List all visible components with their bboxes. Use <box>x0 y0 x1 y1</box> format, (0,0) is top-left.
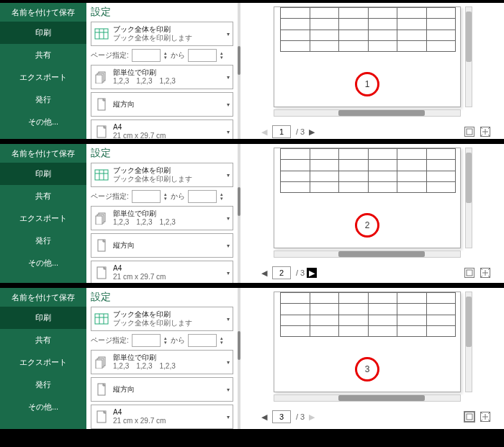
panel-1: 名前を付けて保存 印刷 共有 エクスポート 発行 その他... 設定 ブック全体… <box>0 0 504 144</box>
page-range-from-input[interactable] <box>132 49 161 62</box>
show-margins-button[interactable] <box>464 267 475 279</box>
prev-page-button[interactable]: ◀ <box>259 268 269 278</box>
orientation-dropdown[interactable]: 縦方向 ▾ <box>91 233 233 258</box>
next-page-button[interactable]: ▶ <box>307 127 317 137</box>
horizontal-scrollbar[interactable] <box>274 109 461 117</box>
chevron-down-icon: ▾ <box>227 316 230 322</box>
separator[interactable] <box>238 288 240 429</box>
horizontal-scrollbar[interactable] <box>274 394 461 402</box>
vertical-scrollbar[interactable] <box>465 148 472 248</box>
sidebar-item-saveas[interactable]: 名前を付けて保存 <box>0 288 86 307</box>
chevron-down-icon: ▾ <box>227 359 230 366</box>
paper-size-dropdown[interactable]: A421 cm x 29.7 cm ▾ <box>91 261 233 285</box>
orientation-dropdown[interactable]: 縦方向 ▾ <box>91 92 233 117</box>
separator[interactable] <box>238 3 240 139</box>
sidebar-item-publish[interactable]: 発行 <box>0 374 86 396</box>
preview-page: 3 <box>274 292 461 392</box>
spinner-icon[interactable]: ▲▼ <box>220 336 224 345</box>
collate-dropdown[interactable]: 部単位で印刷1,2,3 1,2,3 1,2,3 ▾ <box>91 350 233 374</box>
svg-rect-38 <box>467 414 472 420</box>
chevron-down-icon: ▾ <box>227 270 230 276</box>
paper-size-dropdown-label: A4 <box>113 123 227 132</box>
sidebar-item-publish[interactable]: 発行 <box>0 89 86 111</box>
paper-size-dropdown-sublabel: 21 cm x 29.7 cm <box>113 132 227 140</box>
print-what-dropdown[interactable]: ブック全体を印刷ブック全体を印刷します ▾ <box>91 163 233 187</box>
sidebar-item-publish[interactable]: 発行 <box>0 230 86 252</box>
separator[interactable] <box>238 144 240 283</box>
sidebar-item-print[interactable]: 印刷 <box>0 22 86 44</box>
paper-size-dropdown-icon <box>94 264 109 281</box>
sidebar-item-more[interactable]: その他... <box>0 252 86 274</box>
orientation-dropdown-icon <box>94 381 109 398</box>
svg-rect-24 <box>467 270 472 276</box>
chevron-down-icon: ▾ <box>227 243 230 249</box>
spinner-icon[interactable]: ▲▼ <box>163 51 168 60</box>
sidebar-item-share[interactable]: 共有 <box>0 185 86 207</box>
next-page-button[interactable]: ▶ <box>307 268 317 278</box>
sidebar-item-print[interactable]: 印刷 <box>0 163 86 185</box>
page-navigation: ◀ / 3 ▶ <box>259 124 497 140</box>
chevron-down-icon: ▾ <box>227 387 230 393</box>
page-range-to-input[interactable] <box>188 334 217 347</box>
svg-rect-28 <box>95 314 108 324</box>
current-page-input[interactable] <box>272 410 291 423</box>
preview-grid <box>280 292 456 337</box>
page-range-row: ページ指定: ▲▼ から ▲▼ <box>91 334 233 347</box>
sidebar-item-share[interactable]: 共有 <box>0 329 86 351</box>
print-what-dropdown-sublabel: ブック全体を印刷します <box>113 34 227 42</box>
spinner-icon[interactable]: ▲▼ <box>163 336 168 345</box>
page-range-to-input[interactable] <box>188 49 217 62</box>
zoom-to-page-button[interactable] <box>480 267 491 279</box>
sidebar-item-print[interactable]: 印刷 <box>0 307 86 329</box>
sidebar-item-saveas[interactable]: 名前を付けて保存 <box>0 3 86 22</box>
svg-rect-23 <box>465 268 474 278</box>
sidebar-item-more[interactable]: その他... <box>0 396 86 418</box>
page-total-label: / 3 <box>296 127 305 136</box>
zoom-to-page-button[interactable] <box>480 126 491 137</box>
page-range-to-label: から <box>171 191 185 202</box>
prev-page-button[interactable]: ◀ <box>259 412 269 422</box>
sidebar-item-export[interactable]: エクスポート <box>0 207 86 230</box>
chevron-down-icon: ▾ <box>227 74 230 81</box>
collate-dropdown-icon <box>94 353 109 371</box>
collate-dropdown-label: 部単位で印刷 <box>113 353 227 362</box>
page-range-from-input[interactable] <box>132 190 161 203</box>
current-page-input[interactable] <box>272 125 291 138</box>
zoom-to-page-button[interactable] <box>480 411 491 423</box>
sidebar-item-export[interactable]: エクスポート <box>0 351 86 374</box>
print-settings: 設定 ブック全体を印刷ブック全体を印刷します ▾ ページ指定: ▲▼ から ▲▼… <box>86 144 238 283</box>
page-range-from-input[interactable] <box>132 334 161 347</box>
vertical-scrollbar[interactable] <box>465 6 472 107</box>
show-margins-button[interactable] <box>464 411 475 423</box>
sidebar-item-share[interactable]: 共有 <box>0 44 86 66</box>
show-margins-button[interactable] <box>464 126 475 137</box>
svg-rect-34 <box>96 360 102 369</box>
sidebar: 名前を付けて保存 印刷 共有 エクスポート 発行 その他... <box>0 3 86 139</box>
orientation-dropdown[interactable]: 縦方向 ▾ <box>91 377 233 402</box>
horizontal-scrollbar[interactable] <box>274 250 461 258</box>
print-preview: 2 <box>259 144 475 259</box>
collate-dropdown-label: 部単位で印刷 <box>113 68 227 77</box>
print-what-dropdown-sublabel: ブック全体を印刷します <box>113 319 227 328</box>
annotation-circle: 3 <box>355 357 379 381</box>
spinner-icon[interactable]: ▲▼ <box>220 51 224 60</box>
collate-dropdown-sublabel: 1,2,3 1,2,3 1,2,3 <box>113 362 227 371</box>
sidebar-item-saveas[interactable]: 名前を付けて保存 <box>0 144 86 163</box>
paper-size-dropdown[interactable]: A421 cm x 29.7 cm ▾ <box>91 405 233 429</box>
preview-grid <box>280 148 456 193</box>
print-what-dropdown[interactable]: ブック全体を印刷ブック全体を印刷します ▾ <box>91 307 233 331</box>
collate-dropdown[interactable]: 部単位で印刷1,2,3 1,2,3 1,2,3 ▾ <box>91 65 233 89</box>
print-what-dropdown-label: ブック全体を印刷 <box>113 25 227 34</box>
collate-dropdown[interactable]: 部単位で印刷1,2,3 1,2,3 1,2,3 ▾ <box>91 206 233 230</box>
paper-size-dropdown[interactable]: A421 cm x 29.7 cm ▾ <box>91 119 233 144</box>
sidebar-item-more[interactable]: その他... <box>0 111 86 133</box>
print-what-dropdown[interactable]: ブック全体を印刷ブック全体を印刷します ▾ <box>91 22 233 46</box>
sidebar-item-export[interactable]: エクスポート <box>0 66 86 89</box>
collate-dropdown-icon <box>94 68 109 86</box>
spinner-icon[interactable]: ▲▼ <box>220 192 224 201</box>
page-range-to-input[interactable] <box>188 190 217 203</box>
spinner-icon[interactable]: ▲▼ <box>163 192 168 201</box>
vertical-scrollbar[interactable] <box>465 292 472 392</box>
svg-rect-0 <box>95 29 108 39</box>
current-page-input[interactable] <box>272 266 291 279</box>
